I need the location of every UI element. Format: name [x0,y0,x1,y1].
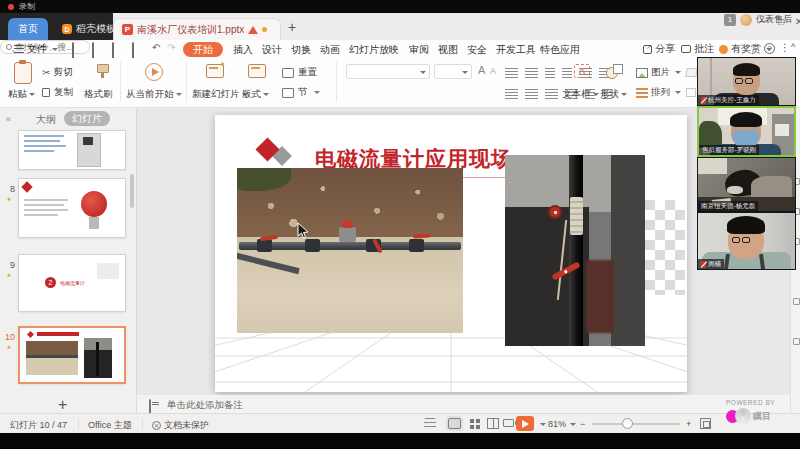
thumb-logo [27,331,34,338]
align-right-icon[interactable] [545,89,558,99]
play-from-current-label[interactable]: 从当前开始 [126,88,182,101]
photo-indoor-flowmeter[interactable] [505,155,645,346]
print-preview-button[interactable] [132,43,145,55]
slideshow-play-button[interactable] [516,416,534,431]
menu-tab-security[interactable]: 安全 [467,42,487,57]
paste-label[interactable]: 粘贴 [8,88,35,101]
new-slide-label[interactable]: 新建幻灯片 [192,88,248,101]
increase-font-button[interactable]: A [478,64,485,76]
text-box-button[interactable]: A [568,64,590,78]
shapes-label[interactable]: 形状 [600,88,627,101]
slide-thumbnail-partial[interactable] [18,130,126,170]
font-family-select[interactable] [346,64,430,79]
editing-canvas[interactable]: 电磁流量计应用现场 [137,108,790,395]
file-menu-button[interactable]: 文件 [14,42,58,56]
zoom-level[interactable]: 81% [548,419,566,429]
tab-slides[interactable]: 幻灯片 [64,111,110,126]
cut-button[interactable]: ✂ 剪切 [42,66,72,79]
menu-tab-view[interactable]: 视图 [438,42,458,57]
zoom-caret[interactable] [570,423,576,426]
decrease-indent-icon[interactable] [545,68,555,78]
slide-sorter-button[interactable] [470,419,474,423]
zoom-out-button[interactable]: − [580,419,585,429]
comment-button[interactable]: 批注 [681,42,714,56]
new-slide-button[interactable] [200,64,224,78]
zoom-slider-knob[interactable] [622,418,633,429]
panel-icon[interactable] [793,298,800,305]
zoom-in-button[interactable]: + [686,419,691,429]
export-button[interactable] [92,43,105,55]
user-cluster[interactable]: 1 仪表售后 [724,13,800,26]
text-box-label[interactable]: 文本框 [562,88,599,101]
tab-outline[interactable]: 大纲 [36,113,56,127]
slide-thumbnail-9[interactable]: 2 电磁流量计 [18,254,126,312]
menu-tab-special[interactable]: 特色应用 [540,42,580,57]
reading-view-button[interactable] [487,418,499,429]
notes-toggle-icon[interactable] [424,418,436,429]
new-tab-button[interactable]: + [288,19,296,35]
notification-badge[interactable]: 1 [724,14,736,26]
undo-button[interactable]: ↶ [152,42,160,54]
format-painter-button[interactable] [88,64,108,78]
record-button[interactable] [503,419,514,427]
align-center-icon[interactable] [525,89,538,99]
paste-button[interactable] [12,62,32,84]
notes-placeholder[interactable]: 单击此处添加备注 [167,399,243,412]
add-slide-button[interactable]: + [58,396,67,414]
panel-collapse-button[interactable]: « [6,114,11,124]
fullscreen-button[interactable] [700,418,711,429]
save-button[interactable] [72,43,85,55]
user-avatar[interactable] [740,14,752,26]
flow-tube [570,197,583,235]
layout-button[interactable] [248,64,266,78]
bullet-list-icon[interactable] [505,68,518,78]
warning-icon[interactable] [248,26,258,34]
section-button[interactable]: 节 [282,86,320,99]
picture-button[interactable]: 图片 [636,66,681,79]
font-size-select[interactable] [434,64,472,79]
play-options-caret[interactable] [540,423,546,426]
video-participant-1[interactable]: 杭州美控-王鑫力 [697,57,796,106]
menu-tab-transition[interactable]: 切换 [291,42,311,57]
menu-tab-design[interactable]: 设计 [262,42,282,57]
menu-tab-animation[interactable]: 动画 [320,42,340,57]
shapes-button[interactable] [604,64,622,78]
normal-view-button[interactable] [448,418,461,429]
copy-button[interactable]: 复制 [42,86,73,99]
reset-button[interactable]: 重置 [282,66,317,79]
menu-tab-review[interactable]: 审阅 [409,42,429,57]
align-left-icon[interactable] [505,89,518,99]
layout-label[interactable]: 版式 [242,88,269,101]
video-participant-2-active[interactable]: 售后服务部-罗晓刚 [697,106,796,157]
menu-tab-home[interactable]: 开始 [183,42,223,57]
current-slide[interactable]: 电磁流量计应用现场 [215,115,687,392]
slide-thumbnail-8[interactable] [18,178,126,238]
photo-outdoor-flowmeter[interactable] [237,168,463,333]
share-button[interactable]: 分享 [643,42,675,56]
format-painter-label[interactable]: 格式刷 [84,88,113,101]
theme-label[interactable]: Office 主题 [88,419,132,432]
menu-tab-devtools[interactable]: 开发工具 [496,42,536,57]
play-from-current-button[interactable] [137,63,163,81]
zoom-slider-track[interactable] [592,423,680,425]
video-participant-3[interactable]: 南京恒天德-杨元磊 [697,157,796,212]
video-conference-panel[interactable]: 杭州美控-王鑫力 售后服务部-罗晓刚 南京恒 [697,57,796,270]
numbered-list-icon[interactable] [525,68,538,78]
collapse-ribbon-button[interactable]: ^ [791,42,795,52]
help-button[interactable]: ? [764,43,775,54]
redo-button[interactable]: ↷ [167,42,175,54]
decrease-font-button[interactable]: A [490,66,496,76]
panel-icon[interactable] [793,338,800,345]
tab-home[interactable]: 首页 [8,18,48,40]
protection-status[interactable]: ✕ 文档未保护 [152,419,209,432]
video-participant-4[interactable]: 周楠 [697,212,796,270]
menu-tab-slideshow[interactable]: 幻灯片放映 [349,42,399,57]
more-button[interactable]: ⋮ [780,42,790,53]
panel-scrollbar[interactable] [130,174,134,208]
tab-document[interactable]: P 南溪水厂仪表培训1.pptx [113,18,281,40]
slide-thumbnail-10-selected[interactable] [18,326,126,384]
menu-tab-insert[interactable]: 插入 [233,42,253,57]
arrange-button[interactable]: 排列 [636,86,681,99]
notes-bar[interactable]: 单击此处添加备注 [137,395,800,413]
print-button[interactable] [112,43,125,55]
